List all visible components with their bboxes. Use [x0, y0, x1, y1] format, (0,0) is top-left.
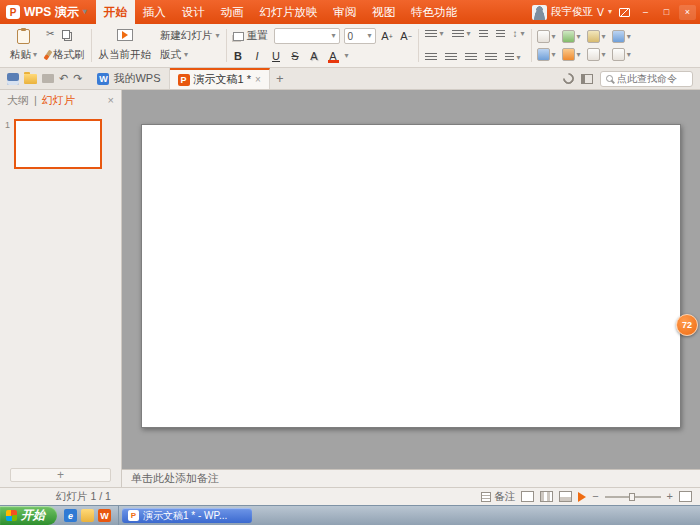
start-from-current-button[interactable]: 从当前开始 [96, 27, 155, 64]
tab-design[interactable]: 设计 [174, 0, 213, 24]
slides-tab[interactable]: 幻灯片 [42, 93, 75, 108]
outline-color-button[interactable]: ▾ [587, 48, 606, 61]
line-spacing-button[interactable]: ↕▾ [511, 28, 527, 40]
slide-counter: 幻灯片 1 / 1 [8, 490, 111, 504]
strikethrough-button[interactable]: S [288, 48, 303, 63]
slide-editing-surface[interactable] [141, 124, 681, 428]
slide-canvas[interactable]: 72 [122, 90, 700, 469]
text-direction-button[interactable]: ▾ [503, 52, 523, 63]
skin-button[interactable] [616, 5, 633, 20]
increase-indent-button[interactable] [494, 29, 507, 40]
italic-button[interactable]: I [250, 48, 265, 63]
tab-home[interactable]: 开始 [96, 0, 135, 24]
justify-button[interactable] [483, 52, 499, 63]
promo-badge[interactable]: 72 [676, 314, 698, 336]
cut-button[interactable]: ✂ [44, 28, 56, 40]
paste-button[interactable]: 粘贴▾ [7, 27, 40, 64]
user-name[interactable]: 段宇俊亚 [551, 5, 593, 19]
numbered-list-button[interactable]: ▾ [450, 29, 473, 40]
outline-tab[interactable]: 大纲 [7, 93, 29, 108]
save-button[interactable] [7, 73, 19, 85]
slideshow-view-button[interactable] [578, 492, 586, 502]
windows-logo-icon [6, 510, 17, 521]
reset-slide-button[interactable]: 重置 [231, 28, 270, 44]
new-slide-button[interactable]: 新建幻灯片 ▾ [158, 28, 222, 44]
wps-logo-icon: P [6, 5, 20, 19]
font-name-select[interactable]: ▾ [274, 28, 340, 44]
tab-slideshow[interactable]: 幻灯片放映 [252, 0, 326, 24]
user-vip-badge: V [597, 6, 604, 18]
bold-button[interactable]: B [231, 48, 246, 63]
tab-my-wps[interactable]: W 我的WPS [89, 68, 169, 89]
print-button[interactable] [42, 74, 54, 83]
tab-animation[interactable]: 动画 [213, 0, 252, 24]
tab-view[interactable]: 视图 [364, 0, 403, 24]
undo-button[interactable]: ↶ [59, 73, 68, 84]
zoom-slider[interactable] [605, 496, 661, 498]
tab-document-1[interactable]: P 演示文稿1 * × [170, 68, 270, 89]
explorer-folder-icon[interactable] [81, 509, 94, 522]
start-button[interactable]: 开始 [0, 506, 57, 525]
increase-font-button[interactable]: A+ [380, 29, 395, 44]
slide-thumbnail[interactable] [14, 119, 102, 169]
skin-icon [619, 8, 630, 17]
zoom-slider-thumb[interactable] [629, 493, 635, 501]
minimize-button[interactable]: – [637, 5, 654, 20]
taskbar-task-document-1[interactable]: P 演示文稿1 * - WP... [122, 508, 252, 523]
quick-styles-button[interactable]: ▾ [562, 48, 581, 61]
tab-insert[interactable]: 插入 [135, 0, 174, 24]
decrease-font-button[interactable]: A− [399, 29, 414, 44]
internet-explorer-icon[interactable]: e [64, 509, 77, 522]
align-center-button[interactable] [443, 52, 459, 63]
zoom-in-button[interactable]: + [667, 491, 673, 502]
plus-icon: + [389, 33, 393, 40]
decrease-indent-button[interactable] [477, 29, 490, 40]
font-size-select[interactable]: 0 ▾ [344, 28, 376, 44]
window-layout-icon[interactable] [581, 74, 593, 84]
arrange-button[interactable]: ▾ [612, 30, 631, 43]
open-button[interactable] [24, 74, 37, 84]
maximize-button[interactable]: □ [658, 5, 675, 20]
chevron-down-icon: ▾ [552, 51, 556, 59]
fit-to-window-button[interactable] [679, 491, 692, 502]
notes-bar[interactable]: 单击此处添加备注 [122, 469, 700, 487]
user-dropdown-icon[interactable]: ▾ [608, 8, 612, 16]
slide-sorter-view-button[interactable] [540, 491, 553, 502]
wrench-icon[interactable] [561, 71, 577, 87]
bullet-list-button[interactable]: ▾ [423, 29, 446, 40]
format-painter-button[interactable]: 格式刷 [44, 47, 87, 63]
redo-button[interactable]: ↷ [73, 73, 82, 84]
close-button[interactable]: × [679, 5, 696, 20]
tab-special-features[interactable]: 特色功能 [403, 0, 465, 24]
shapes-button[interactable]: ▾ [537, 48, 556, 61]
underline-button[interactable]: U [269, 48, 284, 63]
notes-toggle-button[interactable]: 备注 [481, 490, 515, 504]
find-select-button[interactable]: ▾ [612, 48, 631, 61]
align-right-button[interactable] [463, 52, 479, 63]
text-box-button[interactable]: ▾ [537, 30, 556, 43]
zoom-out-button[interactable]: − [592, 491, 598, 502]
command-search [600, 71, 693, 87]
picture-button[interactable]: ▾ [562, 30, 581, 43]
reading-view-button[interactable] [559, 491, 572, 502]
text-shadow-button[interactable]: A [307, 48, 322, 63]
font-color-dropdown-icon[interactable]: ▾ [345, 52, 349, 60]
tab-document-1-label: 演示文稿1 * [194, 72, 251, 87]
tab-close-icon[interactable]: × [255, 74, 261, 85]
align-left-button[interactable] [423, 52, 439, 63]
app-menu-button[interactable]: P WPS 演示 ▾ [0, 0, 96, 24]
wps-launcher-icon[interactable]: W [98, 509, 111, 522]
add-slide-button[interactable]: + [10, 468, 111, 482]
slide-layout-button[interactable]: 版式 ▾ [158, 47, 222, 63]
new-tab-button[interactable]: + [270, 68, 290, 89]
normal-view-button[interactable] [521, 491, 534, 502]
panel-close-icon[interactable]: × [108, 94, 114, 106]
copy-button[interactable] [60, 29, 72, 40]
command-search-input[interactable] [617, 73, 687, 84]
tab-bar-right [556, 68, 700, 89]
tab-review[interactable]: 审阅 [325, 0, 364, 24]
fill-color-button[interactable]: ▾ [587, 30, 606, 43]
user-avatar[interactable] [532, 5, 547, 20]
windows-taskbar: 开始 e W P 演示文稿1 * - WP... [0, 505, 700, 525]
font-color-button[interactable]: A [326, 48, 341, 63]
